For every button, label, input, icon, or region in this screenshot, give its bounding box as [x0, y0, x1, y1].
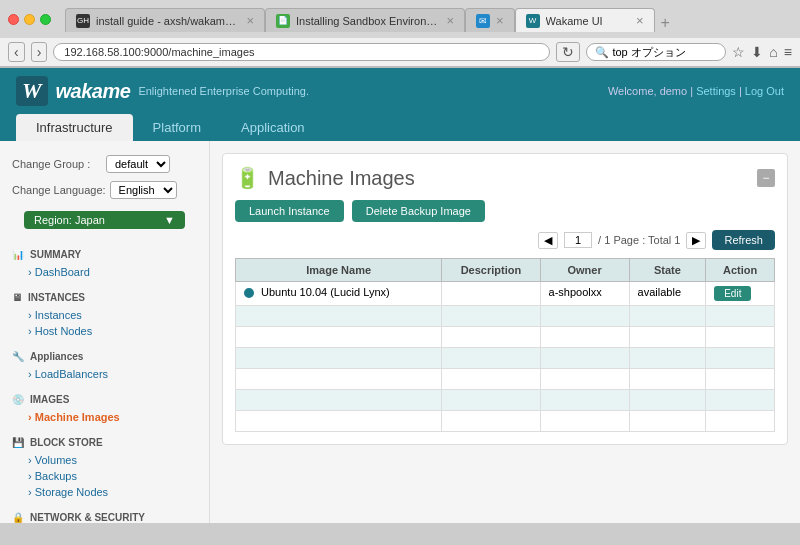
home-icon[interactable]: ⌂ — [769, 44, 777, 60]
main-content: 🔋 Machine Images − Launch Instance Delet… — [210, 141, 800, 523]
prev-page-button[interactable]: ◀ — [538, 232, 558, 249]
change-group-label: Change Group : — [12, 158, 102, 170]
traffic-lights — [8, 14, 51, 25]
launch-instance-button[interactable]: Launch Instance — [235, 200, 344, 222]
sidebar-item-backups[interactable]: Backups — [0, 468, 209, 484]
sidebar-section-summary: 📊 SUMMARY DashBoard — [0, 245, 209, 280]
tab-favicon-1: GH — [76, 14, 90, 28]
change-language-control: Change Language: English — [0, 177, 209, 203]
tab-2[interactable]: 📄 Installing Sandbox Environment ... × — [265, 8, 465, 32]
menu-icon[interactable]: ≡ — [784, 44, 792, 60]
row-radio[interactable] — [244, 288, 254, 298]
browser-titlebar: GH install guide - axsh/wakame-... × 📄 I… — [0, 0, 800, 38]
sidebar-item-instances[interactable]: Instances — [0, 307, 209, 323]
sidebar-item-loadbalancers[interactable]: LoadBalancers — [0, 366, 209, 382]
main-layout: Change Group : default Change Language: … — [0, 141, 800, 523]
browser-tabs: GH install guide - axsh/wakame-... × 📄 I… — [57, 8, 792, 32]
edit-button[interactable]: Edit — [714, 286, 751, 301]
content-header: 🔋 Machine Images − — [235, 166, 775, 190]
lock-icon: 🔒 — [12, 512, 24, 523]
sidebar-section-blockstore: 💾 BLOCK STORE Volumes Backups Storage No… — [0, 433, 209, 500]
machine-images-table: Image Name Description Owner State Actio… — [235, 258, 775, 432]
tab-close-1[interactable]: × — [246, 13, 254, 28]
tab-1[interactable]: GH install guide - axsh/wakame-... × — [65, 8, 265, 32]
back-button[interactable]: ‹ — [8, 42, 25, 62]
logo-tagline: Enlightened Enterprise Computing. — [138, 85, 309, 97]
col-owner: Owner — [540, 259, 629, 282]
sidebar-item-hostnodes[interactable]: Host Nodes — [0, 323, 209, 339]
chart-icon: 📊 — [12, 249, 24, 260]
download-icon[interactable]: ⬇ — [751, 44, 763, 60]
sidebar-section-instances: 🖥 INSTANCES Instances Host Nodes — [0, 288, 209, 339]
reload-button[interactable]: ↻ — [556, 42, 580, 62]
next-page-button[interactable]: ▶ — [686, 232, 706, 249]
images-section-title: 💿 IMAGES — [0, 390, 209, 409]
refresh-button[interactable]: Refresh — [712, 230, 775, 250]
change-language-select[interactable]: English — [110, 181, 177, 199]
settings-link[interactable]: Settings — [696, 85, 736, 97]
page-number-input[interactable] — [564, 232, 592, 248]
cell-image-name: Ubuntu 10.04 (Lucid Lynx) — [236, 282, 442, 306]
new-tab-button[interactable]: + — [655, 14, 676, 32]
change-group-select[interactable]: default — [106, 155, 170, 173]
logo-area: W wakame Enlightened Enterprise Computin… — [16, 76, 309, 106]
tab-favicon-4: W — [526, 14, 540, 28]
tab-3[interactable]: ✉ × — [465, 8, 515, 32]
tab-infrastructure[interactable]: Infrastructure — [16, 114, 133, 141]
col-state: State — [629, 259, 706, 282]
page-title: Machine Images — [268, 167, 415, 190]
table-row-empty-4 — [236, 369, 775, 390]
forward-button[interactable]: › — [31, 42, 48, 62]
tab-application[interactable]: Application — [221, 114, 325, 141]
table-row-empty-5 — [236, 390, 775, 411]
sidebar-item-dashboard[interactable]: DashBoard — [0, 264, 209, 280]
cell-action: Edit — [706, 282, 775, 306]
sidebar-item-storagenodes[interactable]: Storage Nodes — [0, 484, 209, 500]
browser-search-input[interactable] — [586, 43, 726, 61]
header-user-info: Welcome, demo | Settings | Log Out — [608, 85, 784, 97]
pagination-bar: ◀ / 1 Page : Total 1 ▶ Refresh — [235, 230, 775, 250]
change-language-label: Change Language: — [12, 184, 106, 196]
star-icon[interactable]: ☆ — [732, 44, 745, 60]
delete-backup-button[interactable]: Delete Backup Image — [352, 200, 485, 222]
tab-4[interactable]: W Wakame UI × — [515, 8, 655, 32]
cell-description — [442, 282, 540, 306]
address-input[interactable] — [53, 43, 550, 61]
tab-title-1: install guide - axsh/wakame-... — [96, 15, 240, 27]
content-title-area: 🔋 Machine Images — [235, 166, 415, 190]
cell-owner: a-shpoolxx — [540, 282, 629, 306]
total-pages: / 1 Page : Total 1 — [598, 234, 680, 246]
change-group-control: Change Group : default — [0, 151, 209, 177]
cell-state: available — [629, 282, 706, 306]
collapse-button[interactable]: − — [757, 169, 775, 187]
sidebar-item-machineimages[interactable]: Machine Images — [0, 409, 209, 425]
content-actions: Launch Instance Delete Backup Image — [235, 200, 775, 222]
summary-section-title: 📊 SUMMARY — [0, 245, 209, 264]
tab-close-4[interactable]: × — [636, 13, 644, 28]
region-select[interactable]: Region: Japan ▼ — [24, 211, 185, 229]
sidebar-item-volumes[interactable]: Volumes — [0, 452, 209, 468]
maximize-button[interactable] — [40, 14, 51, 25]
tab-close-3[interactable]: × — [496, 13, 504, 28]
content-card: 🔋 Machine Images − Launch Instance Delet… — [222, 153, 788, 445]
image-icon: 💿 — [12, 394, 24, 405]
col-action: Action — [706, 259, 775, 282]
appliances-section-title: 🔧 Appliances — [0, 347, 209, 366]
col-description: Description — [442, 259, 540, 282]
minimize-button[interactable] — [24, 14, 35, 25]
server-icon: 🖥 — [12, 292, 22, 303]
table-row: Ubuntu 10.04 (Lucid Lynx) a-shpoolxx ava… — [236, 282, 775, 306]
close-button[interactable] — [8, 14, 19, 25]
col-image-name: Image Name — [236, 259, 442, 282]
blockstore-section-title: 💾 BLOCK STORE — [0, 433, 209, 452]
tab-platform[interactable]: Platform — [133, 114, 221, 141]
logout-link[interactable]: Log Out — [745, 85, 784, 97]
app-header: W wakame Enlightened Enterprise Computin… — [0, 68, 800, 114]
logo-w-icon: W — [22, 78, 42, 104]
machine-images-icon: 🔋 — [235, 166, 260, 190]
tab-title-4: Wakame UI — [546, 15, 630, 27]
tab-close-2[interactable]: × — [446, 13, 454, 28]
appliance-icon: 🔧 — [12, 351, 24, 362]
region-label: Region: Japan — [34, 214, 105, 226]
sidebar-section-network: 🔒 NETWORK & SECURITY Networks Security G… — [0, 508, 209, 523]
